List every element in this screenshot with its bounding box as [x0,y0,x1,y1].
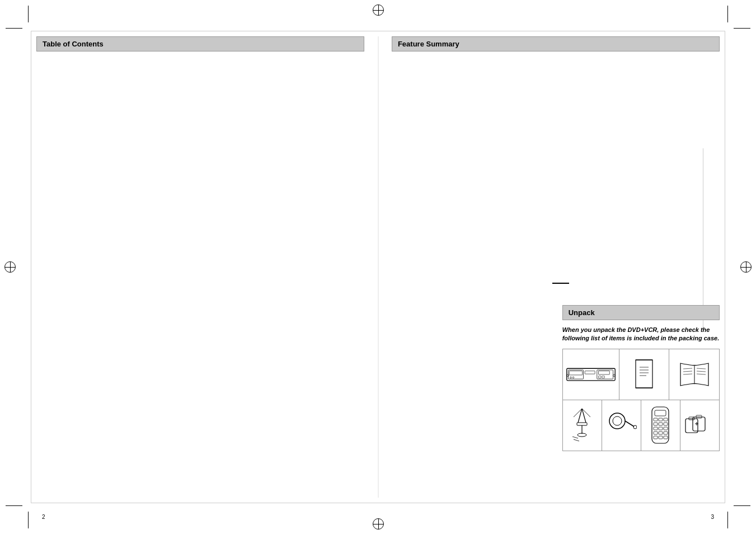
av-cable-icon [606,410,637,441]
crop-mark-bottom-left-h [6,505,22,506]
svg-rect-55 [664,436,668,439]
svg-line-37 [625,421,634,427]
manual-icon [633,359,655,390]
items-grid [562,349,720,451]
svg-rect-51 [659,432,663,434]
svg-rect-53 [654,436,658,439]
registration-mark-top [373,4,384,16]
svg-point-3 [570,377,571,378]
svg-point-35 [609,413,625,429]
svg-point-36 [613,416,622,425]
svg-line-23 [697,368,706,369]
page-border-left [31,31,31,503]
svg-rect-56 [685,419,698,433]
right-column: Feature Summary Unpack When you unpack t… [392,36,720,498]
svg-line-24 [697,371,706,372]
page-border-bottom [31,503,725,503]
page-content: Table of Contents Feature Summary Unpack… [36,36,720,498]
svg-rect-48 [659,427,663,430]
svg-line-20 [683,368,692,369]
svg-rect-9 [602,376,604,378]
remote-icon [649,406,672,445]
inner-border-right [703,148,703,330]
svg-line-25 [697,374,706,374]
svg-rect-7 [598,371,609,374]
item-av-cable [602,400,641,451]
center-divider [378,36,378,498]
registration-mark-bottom [373,518,384,530]
dvd-vcr-icon [566,363,616,386]
svg-rect-49 [664,427,668,430]
svg-rect-54 [659,436,663,439]
crop-mark-top-right-h [734,28,750,29]
svg-rect-41 [654,418,658,421]
svg-point-38 [633,425,637,429]
page-number-right: 3 [711,514,714,520]
item-remote-control [641,400,680,451]
items-row-1 [563,349,719,400]
item-manual [619,349,670,400]
crop-mark-top-left-v [28,6,29,22]
svg-rect-1 [568,370,583,379]
booklet-icon [678,360,711,388]
mid-horizontal-line [552,283,569,284]
svg-rect-30 [577,423,587,425]
item-dvd-vcr [563,349,619,400]
item-batteries [680,400,719,451]
svg-line-21 [683,371,692,372]
left-column: Table of Contents [36,36,364,498]
item-booklet [669,349,719,400]
crop-mark-top-right-v [727,6,728,22]
svg-rect-50 [654,432,658,434]
feature-summary-header: Feature Summary [392,36,720,51]
batteries-icon [684,414,715,437]
svg-rect-45 [659,423,663,425]
svg-rect-44 [654,423,658,425]
crop-mark-top-left-h [6,28,22,29]
table-of-contents-header: Table of Contents [36,36,364,51]
registration-mark-right [740,261,752,273]
crop-mark-bottom-right-h [734,505,750,506]
svg-rect-2 [569,371,582,374]
items-row-2 [563,400,719,451]
svg-rect-52 [664,432,668,434]
svg-rect-47 [654,427,658,430]
crop-mark-bottom-right-v [727,512,728,528]
svg-line-33 [572,437,578,438]
svg-rect-46 [664,423,668,425]
svg-rect-8 [598,376,601,378]
svg-rect-12 [636,360,652,388]
unpack-header: Unpack [562,305,720,320]
page-border-top [31,31,725,31]
svg-rect-40 [655,410,666,416]
registration-mark-left [4,261,16,273]
page-border-right [725,31,725,503]
svg-point-4 [572,377,574,378]
svg-rect-39 [652,407,669,443]
svg-line-22 [683,374,692,374]
unpack-section: Unpack When you unpack the DVD+VCR, plea… [562,305,720,451]
item-power-cable [563,400,602,451]
svg-rect-43 [664,418,668,421]
page-number-left: 2 [42,514,45,520]
svg-line-34 [574,439,579,441]
antenna-icon [567,406,598,445]
svg-rect-5 [585,371,595,373]
svg-rect-42 [659,418,663,421]
crop-mark-bottom-left-v [28,512,29,528]
unpack-description: When you unpack the DVD+VCR, please chec… [562,326,720,343]
